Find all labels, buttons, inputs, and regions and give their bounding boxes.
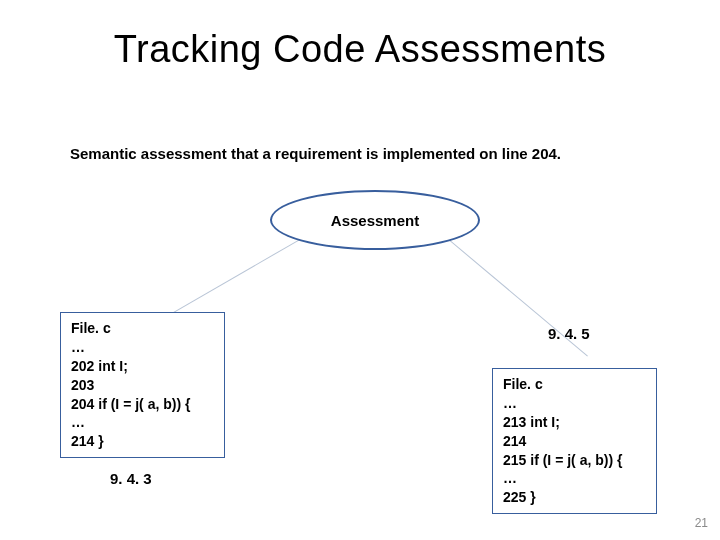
slide-title: Tracking Code Assessments [0, 28, 720, 71]
version-right: 9. 4. 5 [548, 325, 590, 342]
version-left: 9. 4. 3 [110, 470, 152, 487]
code-box-right: File. c … 213 int I; 214 215 if (I = j( … [492, 368, 657, 514]
ellipse-label: Assessment [331, 212, 419, 229]
slide-subtitle: Semantic assessment that a requirement i… [70, 145, 561, 162]
code-box-left: File. c … 202 int I; 203 204 if (I = j( … [60, 312, 225, 458]
assessment-ellipse: Assessment [270, 190, 480, 250]
page-number: 21 [695, 516, 708, 530]
